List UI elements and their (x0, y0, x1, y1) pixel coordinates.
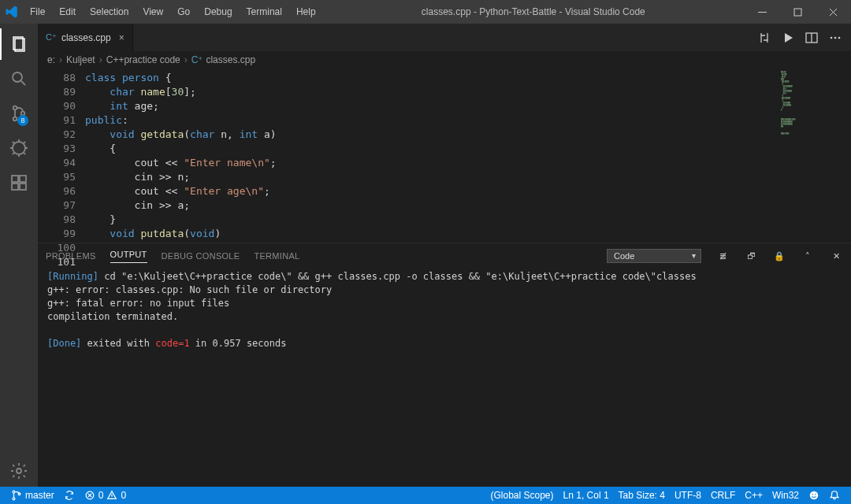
svg-point-5 (13, 106, 17, 110)
output-text: compilation terminated. (47, 310, 842, 324)
status-platform[interactable]: Win32 (767, 487, 804, 504)
status-problems[interactable]: 0 0 (80, 487, 131, 504)
search-activity[interactable] (0, 63, 38, 94)
svg-point-15 (831, 36, 833, 39)
svg-rect-0 (758, 12, 767, 13)
split-editor-icon[interactable] (805, 32, 818, 44)
status-notifications[interactable] (824, 487, 845, 504)
output-body[interactable]: [Running] cd "e:\Kuljeet\C++practice cod… (38, 269, 851, 487)
maximize-panel-icon[interactable]: ˄ (801, 251, 815, 261)
output-text: g++: fatal error: no input files (47, 297, 842, 310)
window-title: classes.cpp - Python-Text-Battle - Visua… (322, 6, 745, 17)
breadcrumb-item[interactable]: classes.cpp (206, 54, 255, 65)
compare-changes-icon[interactable] (758, 32, 771, 44)
menu-terminal[interactable]: Terminal (240, 3, 288, 20)
close-panel-icon[interactable]: ✕ (829, 251, 843, 261)
warning-icon (106, 490, 117, 501)
status-eol[interactable]: CRLF (706, 487, 740, 504)
cpp-file-icon: C⁺ (191, 54, 203, 65)
status-label: 0 (98, 490, 104, 501)
open-log-icon[interactable]: 🗗 (744, 251, 758, 261)
svg-rect-1 (794, 9, 801, 16)
more-actions-icon[interactable] (829, 32, 842, 44)
status-sync[interactable] (59, 487, 80, 504)
panel-tab-output[interactable]: OUTPUT (110, 250, 147, 263)
menu-view[interactable]: View (136, 3, 169, 20)
tab-label: classes.cpp (61, 32, 111, 43)
status-scope[interactable]: (Global Scope) (485, 487, 558, 504)
clear-output-icon[interactable]: ≣̸ (715, 251, 730, 261)
status-tabsize[interactable]: Tab Size: 4 (614, 487, 670, 504)
minimap[interactable]: ███ ███ ██ ████ ██ ██ ████ ███ ██████ █ … (776, 69, 851, 243)
output-text: exited with (81, 338, 155, 349)
breadcrumb-item[interactable]: e: (47, 54, 55, 65)
status-label: 0 (121, 490, 126, 501)
menu-bar: File Edit Selection View Go Debug Termin… (24, 3, 322, 20)
output-text: in 0.957 seconds (190, 338, 287, 349)
output-text: code=1 (155, 338, 189, 349)
panel-tab-terminal[interactable]: TERMINAL (254, 251, 299, 261)
status-cursor[interactable]: Ln 1, Col 1 (559, 487, 614, 504)
run-code-icon[interactable] (782, 32, 794, 44)
svg-point-4 (13, 72, 22, 82)
scm-badge: 8 (17, 115, 28, 126)
panel-tabs: PROBLEMS OUTPUT DEBUG CONSOLE TERMINAL C… (38, 243, 851, 269)
menu-selection[interactable]: Selection (84, 3, 135, 20)
output-text: g++: error: classes.cpp: No such file or… (47, 284, 842, 297)
bell-icon (829, 490, 840, 501)
menu-debug[interactable]: Debug (198, 3, 238, 20)
panel-tab-debug-console[interactable]: DEBUG CONSOLE (162, 251, 240, 261)
svg-point-23 (812, 494, 813, 495)
explorer-activity[interactable] (0, 28, 38, 60)
svg-rect-9 (12, 176, 18, 182)
breadcrumb-item[interactable]: C++practice code (106, 54, 180, 65)
breadcrumb-item[interactable]: Kuljeet (66, 54, 95, 65)
svg-point-22 (810, 491, 819, 500)
status-encoding[interactable]: UTF-8 (670, 487, 706, 504)
menu-go[interactable]: Go (171, 3, 196, 20)
panel: PROBLEMS OUTPUT DEBUG CONSOLE TERMINAL C… (38, 243, 851, 487)
lock-scroll-icon[interactable]: 🔒 (772, 251, 786, 261)
svg-point-18 (13, 491, 15, 493)
sync-icon (64, 490, 75, 501)
editor-tabs: C⁺ classes.cpp × (38, 24, 851, 51)
editor-actions (749, 24, 851, 51)
debug-activity[interactable] (0, 132, 38, 164)
smiley-icon (808, 490, 819, 501)
menu-edit[interactable]: Edit (53, 3, 82, 20)
cpp-file-icon: C⁺ (46, 32, 57, 43)
status-branch[interactable]: master (6, 487, 59, 504)
branch-icon (11, 490, 22, 501)
svg-point-8 (13, 142, 25, 154)
output-text: cd "e:\Kuljeet\C++practice code\" && g++… (98, 271, 697, 282)
extensions-activity[interactable] (0, 167, 38, 198)
output-channel-dropdown[interactable]: Code (607, 249, 701, 263)
menu-file[interactable]: File (24, 3, 51, 20)
svg-point-6 (13, 117, 17, 121)
status-feedback[interactable] (804, 487, 824, 504)
title-bar: File Edit Selection View Go Debug Termin… (0, 0, 851, 24)
menu-help[interactable]: Help (290, 3, 322, 20)
svg-point-16 (834, 36, 837, 39)
svg-point-24 (815, 494, 816, 495)
vscode-logo-icon (5, 5, 19, 19)
status-language[interactable]: C++ (740, 487, 767, 504)
close-button[interactable] (816, 0, 851, 24)
code-content[interactable]: class person { char name[30]; int age;pu… (85, 69, 776, 243)
svg-rect-11 (20, 183, 26, 190)
svg-rect-10 (12, 183, 18, 190)
window-controls (745, 0, 851, 24)
output-text: [Running] (47, 271, 98, 282)
svg-point-13 (17, 469, 21, 473)
settings-activity[interactable] (0, 455, 38, 487)
output-text: [Done] (47, 338, 81, 349)
code-editor[interactable]: 888990919293949596979899100101 class per… (38, 69, 851, 243)
minimize-button[interactable] (745, 0, 780, 24)
tab-close-icon[interactable]: × (119, 32, 124, 43)
source-control-activity[interactable]: 8 (0, 98, 38, 129)
error-icon (84, 490, 95, 501)
breadcrumb[interactable]: e:› Kuljeet› C++practice code› C⁺ classe… (38, 51, 851, 69)
line-number-gutter: 888990919293949596979899100101 (38, 69, 85, 243)
maximize-button[interactable] (780, 0, 816, 24)
tab-classes-cpp[interactable]: C⁺ classes.cpp × (38, 24, 133, 51)
